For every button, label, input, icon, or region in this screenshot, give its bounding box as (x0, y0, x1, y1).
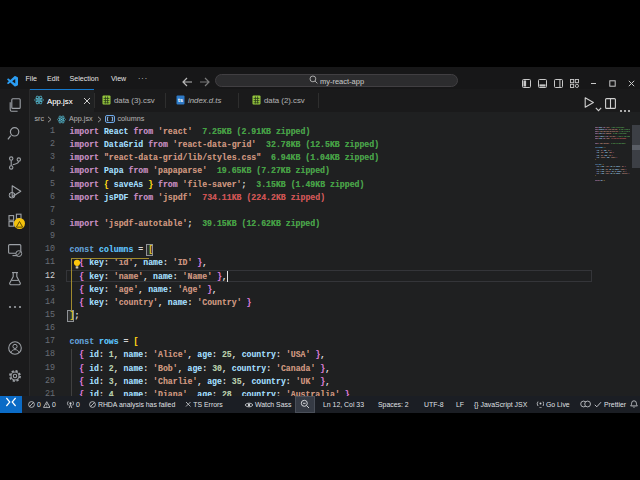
svg-text:ts: ts (178, 97, 183, 103)
